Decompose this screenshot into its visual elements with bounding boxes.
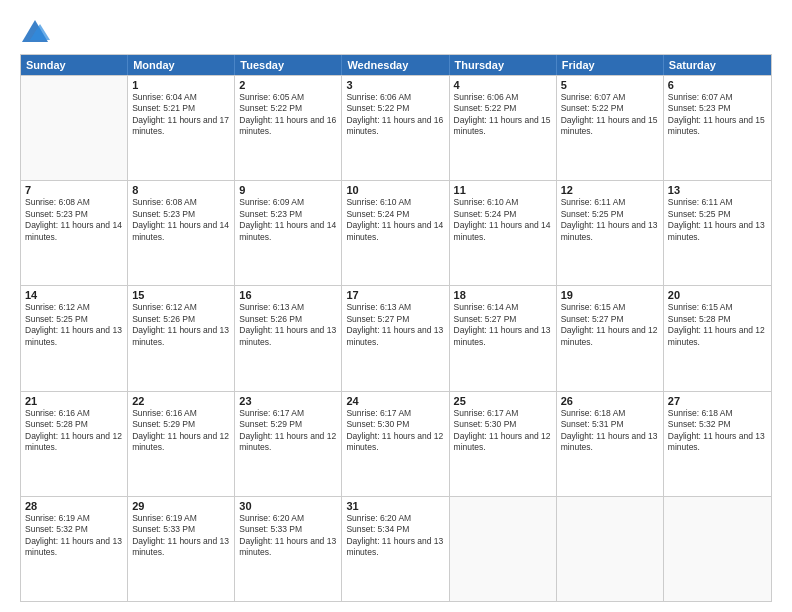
day-number: 19 (561, 289, 659, 301)
day-number: 2 (239, 79, 337, 91)
calendar-cell: 16Sunrise: 6:13 AMSunset: 5:26 PMDayligh… (235, 286, 342, 390)
day-info: Sunrise: 6:16 AMSunset: 5:29 PMDaylight:… (132, 408, 230, 454)
day-number: 12 (561, 184, 659, 196)
calendar-cell (21, 76, 128, 180)
day-info: Sunrise: 6:17 AMSunset: 5:29 PMDaylight:… (239, 408, 337, 454)
day-info: Sunrise: 6:07 AMSunset: 5:22 PMDaylight:… (561, 92, 659, 138)
calendar-row: 1Sunrise: 6:04 AMSunset: 5:21 PMDaylight… (21, 75, 771, 180)
day-number: 25 (454, 395, 552, 407)
day-number: 7 (25, 184, 123, 196)
day-number: 23 (239, 395, 337, 407)
day-info: Sunrise: 6:14 AMSunset: 5:27 PMDaylight:… (454, 302, 552, 348)
logo (20, 18, 54, 46)
day-info: Sunrise: 6:16 AMSunset: 5:28 PMDaylight:… (25, 408, 123, 454)
calendar-cell: 26Sunrise: 6:18 AMSunset: 5:31 PMDayligh… (557, 392, 664, 496)
day-info: Sunrise: 6:06 AMSunset: 5:22 PMDaylight:… (346, 92, 444, 138)
calendar-header-cell: Wednesday (342, 55, 449, 75)
calendar-cell: 1Sunrise: 6:04 AMSunset: 5:21 PMDaylight… (128, 76, 235, 180)
day-number: 14 (25, 289, 123, 301)
day-info: Sunrise: 6:11 AMSunset: 5:25 PMDaylight:… (561, 197, 659, 243)
day-info: Sunrise: 6:20 AMSunset: 5:33 PMDaylight:… (239, 513, 337, 559)
day-number: 10 (346, 184, 444, 196)
day-number: 3 (346, 79, 444, 91)
day-info: Sunrise: 6:17 AMSunset: 5:30 PMDaylight:… (346, 408, 444, 454)
day-info: Sunrise: 6:08 AMSunset: 5:23 PMDaylight:… (25, 197, 123, 243)
calendar-cell: 9Sunrise: 6:09 AMSunset: 5:23 PMDaylight… (235, 181, 342, 285)
calendar-cell: 10Sunrise: 6:10 AMSunset: 5:24 PMDayligh… (342, 181, 449, 285)
day-number: 31 (346, 500, 444, 512)
day-info: Sunrise: 6:17 AMSunset: 5:30 PMDaylight:… (454, 408, 552, 454)
calendar-header-cell: Saturday (664, 55, 771, 75)
calendar-header-cell: Thursday (450, 55, 557, 75)
day-number: 16 (239, 289, 337, 301)
day-info: Sunrise: 6:06 AMSunset: 5:22 PMDaylight:… (454, 92, 552, 138)
day-number: 13 (668, 184, 767, 196)
day-info: Sunrise: 6:19 AMSunset: 5:32 PMDaylight:… (25, 513, 123, 559)
calendar-row: 7Sunrise: 6:08 AMSunset: 5:23 PMDaylight… (21, 180, 771, 285)
day-info: Sunrise: 6:09 AMSunset: 5:23 PMDaylight:… (239, 197, 337, 243)
day-info: Sunrise: 6:12 AMSunset: 5:25 PMDaylight:… (25, 302, 123, 348)
calendar-cell (557, 497, 664, 601)
calendar-cell: 28Sunrise: 6:19 AMSunset: 5:32 PMDayligh… (21, 497, 128, 601)
calendar-cell: 5Sunrise: 6:07 AMSunset: 5:22 PMDaylight… (557, 76, 664, 180)
calendar-cell: 24Sunrise: 6:17 AMSunset: 5:30 PMDayligh… (342, 392, 449, 496)
calendar-cell: 3Sunrise: 6:06 AMSunset: 5:22 PMDaylight… (342, 76, 449, 180)
calendar-cell: 7Sunrise: 6:08 AMSunset: 5:23 PMDaylight… (21, 181, 128, 285)
calendar-cell: 20Sunrise: 6:15 AMSunset: 5:28 PMDayligh… (664, 286, 771, 390)
day-info: Sunrise: 6:18 AMSunset: 5:32 PMDaylight:… (668, 408, 767, 454)
calendar-body: 1Sunrise: 6:04 AMSunset: 5:21 PMDaylight… (21, 75, 771, 601)
day-number: 4 (454, 79, 552, 91)
day-info: Sunrise: 6:15 AMSunset: 5:27 PMDaylight:… (561, 302, 659, 348)
calendar-cell: 13Sunrise: 6:11 AMSunset: 5:25 PMDayligh… (664, 181, 771, 285)
calendar-cell (664, 497, 771, 601)
day-info: Sunrise: 6:04 AMSunset: 5:21 PMDaylight:… (132, 92, 230, 138)
calendar-header-cell: Tuesday (235, 55, 342, 75)
calendar-cell: 2Sunrise: 6:05 AMSunset: 5:22 PMDaylight… (235, 76, 342, 180)
calendar-cell: 29Sunrise: 6:19 AMSunset: 5:33 PMDayligh… (128, 497, 235, 601)
calendar-row: 28Sunrise: 6:19 AMSunset: 5:32 PMDayligh… (21, 496, 771, 601)
day-info: Sunrise: 6:15 AMSunset: 5:28 PMDaylight:… (668, 302, 767, 348)
day-info: Sunrise: 6:13 AMSunset: 5:26 PMDaylight:… (239, 302, 337, 348)
day-number: 18 (454, 289, 552, 301)
day-number: 11 (454, 184, 552, 196)
day-number: 6 (668, 79, 767, 91)
day-info: Sunrise: 6:10 AMSunset: 5:24 PMDaylight:… (454, 197, 552, 243)
calendar: SundayMondayTuesdayWednesdayThursdayFrid… (20, 54, 772, 602)
day-number: 26 (561, 395, 659, 407)
day-number: 5 (561, 79, 659, 91)
day-number: 17 (346, 289, 444, 301)
day-info: Sunrise: 6:12 AMSunset: 5:26 PMDaylight:… (132, 302, 230, 348)
calendar-cell: 12Sunrise: 6:11 AMSunset: 5:25 PMDayligh… (557, 181, 664, 285)
calendar-cell: 15Sunrise: 6:12 AMSunset: 5:26 PMDayligh… (128, 286, 235, 390)
calendar-cell (450, 497, 557, 601)
calendar-header-cell: Friday (557, 55, 664, 75)
day-info: Sunrise: 6:05 AMSunset: 5:22 PMDaylight:… (239, 92, 337, 138)
day-info: Sunrise: 6:20 AMSunset: 5:34 PMDaylight:… (346, 513, 444, 559)
day-info: Sunrise: 6:08 AMSunset: 5:23 PMDaylight:… (132, 197, 230, 243)
calendar-cell: 4Sunrise: 6:06 AMSunset: 5:22 PMDaylight… (450, 76, 557, 180)
calendar-cell: 8Sunrise: 6:08 AMSunset: 5:23 PMDaylight… (128, 181, 235, 285)
day-number: 24 (346, 395, 444, 407)
day-number: 27 (668, 395, 767, 407)
page: SundayMondayTuesdayWednesdayThursdayFrid… (0, 0, 792, 612)
day-info: Sunrise: 6:11 AMSunset: 5:25 PMDaylight:… (668, 197, 767, 243)
calendar-header-row: SundayMondayTuesdayWednesdayThursdayFrid… (21, 55, 771, 75)
day-number: 20 (668, 289, 767, 301)
day-info: Sunrise: 6:10 AMSunset: 5:24 PMDaylight:… (346, 197, 444, 243)
day-number: 21 (25, 395, 123, 407)
calendar-cell: 17Sunrise: 6:13 AMSunset: 5:27 PMDayligh… (342, 286, 449, 390)
calendar-cell: 21Sunrise: 6:16 AMSunset: 5:28 PMDayligh… (21, 392, 128, 496)
day-info: Sunrise: 6:19 AMSunset: 5:33 PMDaylight:… (132, 513, 230, 559)
calendar-cell: 14Sunrise: 6:12 AMSunset: 5:25 PMDayligh… (21, 286, 128, 390)
calendar-cell: 6Sunrise: 6:07 AMSunset: 5:23 PMDaylight… (664, 76, 771, 180)
day-info: Sunrise: 6:07 AMSunset: 5:23 PMDaylight:… (668, 92, 767, 138)
day-info: Sunrise: 6:18 AMSunset: 5:31 PMDaylight:… (561, 408, 659, 454)
calendar-cell: 18Sunrise: 6:14 AMSunset: 5:27 PMDayligh… (450, 286, 557, 390)
day-number: 15 (132, 289, 230, 301)
day-number: 29 (132, 500, 230, 512)
day-number: 8 (132, 184, 230, 196)
calendar-cell: 19Sunrise: 6:15 AMSunset: 5:27 PMDayligh… (557, 286, 664, 390)
calendar-cell: 31Sunrise: 6:20 AMSunset: 5:34 PMDayligh… (342, 497, 449, 601)
calendar-row: 21Sunrise: 6:16 AMSunset: 5:28 PMDayligh… (21, 391, 771, 496)
day-info: Sunrise: 6:13 AMSunset: 5:27 PMDaylight:… (346, 302, 444, 348)
